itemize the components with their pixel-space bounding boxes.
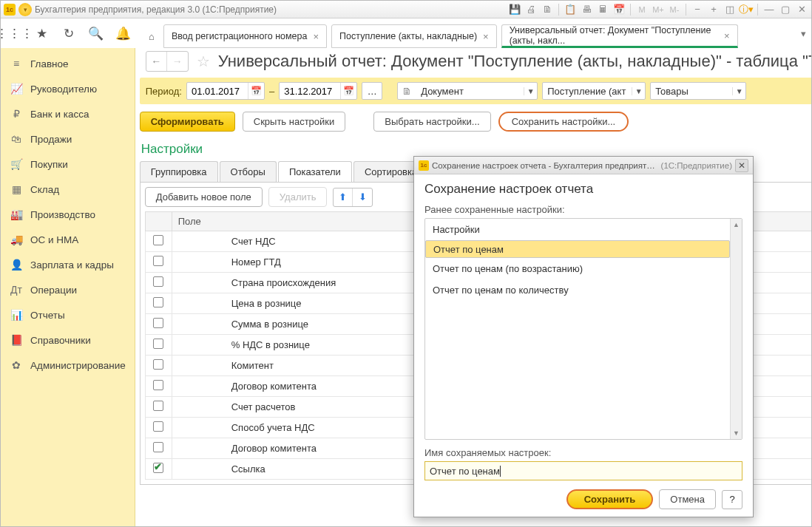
checkbox[interactable]	[153, 463, 163, 473]
info-icon[interactable]: ⓘ▾	[740, 3, 753, 16]
sidebar-item[interactable]: 🚚ОС и НМА	[1, 227, 135, 252]
star-icon[interactable]: ★	[31, 23, 52, 44]
move-up-button[interactable]: ⬆	[334, 188, 353, 206]
save-settings-button[interactable]: Сохранить настройки...	[498, 112, 629, 132]
dialog-help-button[interactable]: ?	[722, 490, 742, 509]
preview-icon[interactable]: 🗎	[541, 3, 554, 16]
close-icon[interactable]: ×	[313, 31, 319, 42]
scroll-up-icon[interactable]: ▲	[731, 219, 742, 231]
sidebar-item[interactable]: 👤Зарплата и кадры	[1, 252, 135, 277]
chevron-down-icon[interactable]: ▼	[632, 87, 645, 95]
sidebar-item[interactable]: 🛒Покупки	[1, 152, 135, 177]
favorite-star-icon[interactable]: ☆	[193, 52, 214, 71]
checkbox[interactable]	[153, 380, 163, 390]
sidebar-item[interactable]: ▦Склад	[1, 177, 135, 202]
doc-tab-2[interactable]: Поступление (акты, накладные) ×	[331, 24, 497, 48]
scroll-down-icon[interactable]: ▼	[731, 427, 742, 439]
date-to-field[interactable]: 📅	[279, 82, 357, 100]
bell-icon[interactable]: 🔔	[113, 23, 134, 44]
dialog-cancel-button[interactable]: Отмена	[659, 489, 716, 509]
close-icon[interactable]: ×	[483, 31, 489, 42]
tab-grouping[interactable]: Группировка	[140, 161, 218, 182]
close-icon[interactable]: ×	[724, 30, 730, 41]
table-select[interactable]: Товары ▼	[650, 82, 746, 100]
pick-settings-button[interactable]: Выбрать настройки...	[373, 112, 490, 132]
back-button[interactable]: ←	[146, 52, 167, 71]
checkbox[interactable]	[153, 421, 163, 432]
sidebar-item[interactable]: 🏭Производство	[1, 202, 135, 227]
panels-icon[interactable]: ◫	[723, 3, 737, 16]
add-field-button[interactable]: Добавить новое поле	[145, 187, 263, 207]
move-down-button[interactable]: ⬇	[353, 188, 372, 206]
hide-settings-button[interactable]: Скрыть настройки	[243, 112, 346, 132]
home-icon[interactable]: ⌂	[140, 24, 163, 48]
doc-tab-1[interactable]: Ввод регистрационного номера ×	[163, 24, 327, 48]
forward-button[interactable]: →	[167, 52, 188, 71]
checkbox[interactable]	[153, 359, 163, 370]
mem-m-button[interactable]: M	[635, 3, 649, 16]
scrollbar[interactable]: ▲ ▼	[730, 219, 742, 439]
source-type-select[interactable]: 🗎 Документ ▼	[397, 82, 538, 100]
window-close-button[interactable]: ✕	[795, 3, 808, 16]
nav-label: Производство	[30, 209, 95, 220]
document-icon: 🗎	[398, 86, 416, 97]
doc-tab-3[interactable]: Универсальный отчет: Документ "Поступлен…	[501, 24, 738, 48]
sidebar-item[interactable]: 🛍Продажи	[1, 126, 135, 152]
calc-icon[interactable]: 🖩	[596, 3, 609, 16]
document-select[interactable]: Поступление (акт ▼	[542, 82, 646, 100]
mem-mminus-button[interactable]: M-	[668, 3, 681, 16]
chevron-down-icon[interactable]: ▼	[732, 87, 745, 95]
calendar-icon[interactable]: 📅	[612, 3, 626, 16]
save-name-field[interactable]: Отчет по ценам	[424, 461, 742, 480]
sidebar-item[interactable]: ДтОперации	[1, 277, 135, 302]
window-maximize-button[interactable]: ▢	[779, 3, 792, 16]
save-icon[interactable]: 💾	[508, 3, 521, 16]
dialog-save-button[interactable]: Сохранить	[566, 489, 654, 509]
calendar-icon[interactable]: 📅	[248, 83, 264, 99]
select-value: Поступление (акт	[543, 86, 632, 97]
chevron-down-icon[interactable]: ▼	[524, 87, 537, 95]
period-picker-button[interactable]: …	[362, 82, 382, 100]
sidebar-item[interactable]: ≡Главное	[1, 51, 135, 76]
generate-button[interactable]: Сформировать	[140, 112, 235, 132]
checkbox[interactable]	[153, 297, 163, 307]
checkbox[interactable]	[153, 276, 163, 287]
clipboard-icon[interactable]: 📋	[564, 3, 577, 16]
col-checkbox	[145, 212, 172, 231]
date-from-field[interactable]: 📅	[186, 82, 265, 100]
app-menu-dropdown[interactable]: ▾	[18, 3, 32, 16]
tab-filters[interactable]: Отборы	[220, 161, 277, 182]
list-item[interactable]: Отчет по ценам по количеству	[425, 279, 730, 301]
nav-icon: ≡	[10, 58, 23, 69]
window-minimize-button[interactable]: —	[762, 3, 776, 16]
checkbox[interactable]	[153, 318, 163, 328]
tabs-overflow-button[interactable]: ▾	[795, 18, 811, 48]
printer2-icon[interactable]: 🖶	[580, 3, 593, 16]
print-icon[interactable]: 🖨	[524, 3, 538, 16]
sidebar-item[interactable]: ₽Банк и касса	[1, 101, 135, 126]
checkbox[interactable]	[153, 339, 163, 349]
zoom-out-icon[interactable]: −	[691, 3, 704, 16]
apps-icon[interactable]: ⋮⋮⋮	[4, 23, 24, 44]
tab-indicators[interactable]: Показатели	[278, 161, 352, 182]
calendar-icon[interactable]: 📅	[340, 83, 356, 99]
checkbox[interactable]	[153, 235, 163, 245]
search-icon[interactable]: 🔍	[86, 23, 106, 44]
sidebar-item[interactable]: 📕Справочники	[1, 327, 135, 353]
doc-tab-label: Ввод регистрационного номера	[172, 31, 307, 41]
zoom-in-icon[interactable]: +	[707, 3, 720, 16]
list-item[interactable]: Настройки	[425, 219, 730, 240]
date-to-input[interactable]	[280, 83, 340, 99]
date-from-input[interactable]	[187, 83, 248, 99]
list-item[interactable]: Отчет по ценам	[425, 240, 730, 258]
mem-mplus-button[interactable]: M+	[652, 3, 665, 16]
list-item[interactable]: Отчет по ценам (по возрастанию)	[425, 258, 730, 279]
sidebar-item[interactable]: ✿Администрирование	[1, 353, 135, 378]
sidebar-item[interactable]: 📊Отчеты	[1, 302, 135, 327]
checkbox[interactable]	[153, 442, 163, 452]
checkbox[interactable]	[153, 401, 163, 411]
checkbox[interactable]	[153, 256, 163, 266]
history-icon[interactable]: ↻	[58, 23, 79, 44]
sidebar-item[interactable]: 📈Руководителю	[1, 76, 135, 101]
dialog-close-button[interactable]: ✕	[735, 159, 748, 172]
